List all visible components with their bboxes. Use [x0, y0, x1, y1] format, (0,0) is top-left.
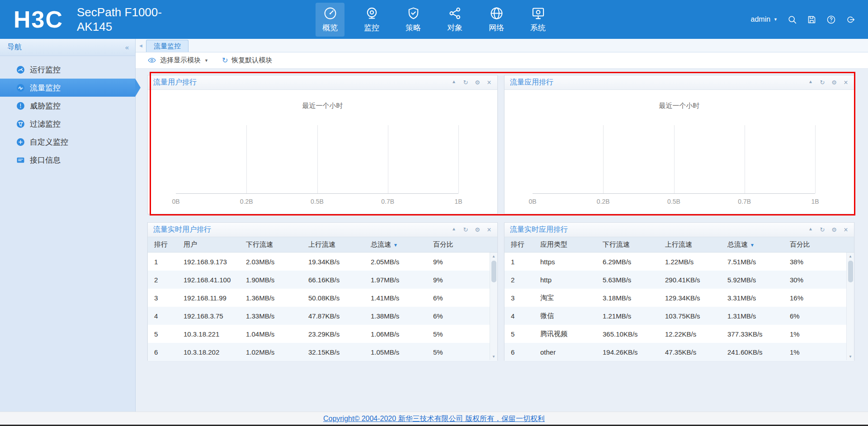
close-icon[interactable]: ×	[842, 226, 849, 234]
sidebar-item-label: 运行监控	[30, 65, 61, 75]
nav-item-network[interactable]: 网络	[482, 3, 511, 37]
table-cell: 淘宝	[534, 294, 596, 302]
scroll-down-icon[interactable]: ▼	[490, 353, 497, 360]
column-header-5[interactable]: 百分比	[427, 240, 490, 249]
table-cell: 5.63MB/s	[596, 276, 659, 284]
refresh-icon[interactable]: ↻	[462, 79, 469, 86]
column-header-5[interactable]: 百分比	[783, 240, 846, 249]
table-row[interactable]: 5腾讯视频365.10KB/s12.22KB/s377.33KB/s1%	[505, 325, 854, 343]
logout-icon[interactable]	[846, 15, 855, 24]
column-header-3[interactable]: 上行流速	[302, 240, 364, 249]
table-row[interactable]: 4192.168.3.751.33MB/s47.87KB/s1.38MB/s6%	[148, 307, 497, 325]
user-menu[interactable]: admin ▼	[751, 15, 778, 23]
column-header-4[interactable]: 总流速▼	[721, 240, 783, 249]
column-header-0[interactable]: 排行	[505, 240, 534, 249]
save-icon[interactable]	[807, 15, 816, 24]
sidebar-item-custom-monitor[interactable]: 自定义监控	[0, 133, 135, 151]
scrollbar-thumb[interactable]	[491, 261, 496, 282]
nav-item-overview[interactable]: 概览	[316, 3, 344, 37]
column-header-1[interactable]: 应用类型	[534, 240, 596, 249]
table-cell: http	[534, 276, 596, 284]
sidebar-item-interface-info[interactable]: 接口信息	[0, 151, 135, 169]
axis-tick-label: 1B	[811, 198, 819, 205]
collapse-icon[interactable]: ▲	[807, 79, 814, 86]
sidebar-title: 导航	[7, 42, 22, 52]
table-row[interactable]: 4微信1.21MB/s103.75KB/s1.31MB/s6%	[505, 307, 854, 325]
column-header-2[interactable]: 下行流速	[240, 240, 302, 249]
column-header-1[interactable]: 用户	[177, 240, 240, 249]
chart-gridline	[745, 125, 745, 193]
table-cell: 4	[505, 312, 534, 320]
nav-label: 概览	[322, 23, 338, 33]
vertical-scrollbar[interactable]: ▲ ▼	[490, 253, 497, 360]
table-header-row: 排行应用类型下行流速上行流速总流速▼百分比	[505, 237, 854, 253]
collapse-icon[interactable]: ▲	[450, 226, 458, 234]
column-header-3[interactable]: 上行流速	[659, 240, 721, 249]
username: admin	[751, 15, 771, 23]
table-row[interactable]: 2192.168.41.1001.90MB/s66.16KB/s1.97MB/s…	[148, 271, 497, 289]
nav-item-object[interactable]: 对象	[440, 3, 469, 37]
restore-default-button[interactable]: ↻ 恢复默认模块	[222, 56, 272, 65]
collapse-icon[interactable]: ▲	[450, 79, 458, 86]
close-icon[interactable]: ×	[486, 226, 493, 234]
chart-gridline	[674, 125, 675, 193]
table-row[interactable]: 1https6.29MB/s1.22MB/s7.51MB/s38%	[505, 253, 854, 271]
column-header-4[interactable]: 总流速▼	[364, 240, 427, 249]
table-cell: 4	[148, 312, 177, 320]
sidebar-collapse-icon[interactable]: «	[125, 43, 129, 51]
collapse-icon[interactable]: ▲	[807, 226, 814, 234]
main-nav: 概览监控策略对象网络系统	[316, 0, 552, 39]
table-row[interactable]: 3淘宝3.18MB/s129.34KB/s3.31MB/s16%	[505, 289, 854, 307]
column-header-2[interactable]: 下行流速	[596, 240, 659, 249]
settings-icon[interactable]: ⚙	[830, 79, 838, 86]
axis-tick-label: 0B	[528, 198, 536, 205]
settings-icon[interactable]: ⚙	[474, 226, 481, 234]
nav-item-monitor[interactable]: 监控	[357, 3, 386, 37]
panel-traffic-user-rank: 流量用户排行 ▲ ↻ ⚙ × 最近一个小时 0B0.2B0.5B0.7B1B	[147, 75, 498, 214]
close-icon[interactable]: ×	[842, 79, 849, 86]
nav-item-policy[interactable]: 策略	[399, 3, 428, 37]
table-cell: 5	[148, 330, 177, 338]
table-row[interactable]: 610.3.18.2021.02MB/s32.15KB/s1.05MB/s5%	[148, 343, 497, 361]
table-row[interactable]: 510.3.18.2211.04MB/s23.29KB/s1.06MB/s5%	[148, 325, 497, 343]
tab-scroll-left-icon[interactable]: ◄	[138, 43, 143, 48]
settings-icon[interactable]: ⚙	[830, 226, 838, 234]
table-row[interactable]: 3192.168.11.991.36MB/s50.08KB/s1.41MB/s6…	[148, 289, 497, 307]
table-row[interactable]: 6other194.26KB/s47.35KB/s241.60KB/s1%	[505, 343, 854, 361]
sidebar-item-run-monitor[interactable]: 运行监控	[0, 61, 135, 79]
table-cell: 192.168.9.173	[177, 258, 240, 266]
scroll-up-icon[interactable]: ▲	[490, 253, 497, 260]
column-header-0[interactable]: 排行	[148, 240, 177, 249]
shield-icon	[406, 6, 420, 20]
close-icon[interactable]: ×	[486, 79, 493, 86]
nav-item-system[interactable]: 系统	[524, 3, 552, 37]
help-icon[interactable]	[826, 15, 836, 24]
select-modules-button[interactable]: 选择显示模块 ▼	[147, 56, 208, 65]
sidebar-item-traffic-monitor[interactable]: 流量监控	[0, 79, 135, 97]
axis-tick-label: 0.7B	[381, 198, 394, 205]
sidebar-item-threat-monitor[interactable]: 威胁监控	[0, 97, 135, 115]
scroll-down-icon[interactable]: ▼	[847, 353, 854, 360]
table-cell: 1	[148, 258, 177, 266]
settings-icon[interactable]: ⚙	[474, 79, 481, 86]
top-bar: H3C SecPath F1000-AK145 概览监控策略对象网络系统 adm…	[0, 0, 868, 39]
sidebar-item-label: 接口信息	[30, 155, 61, 165]
refresh-icon[interactable]: ↻	[819, 226, 826, 234]
top-panel-row: 流量用户排行 ▲ ↻ ⚙ × 最近一个小时 0B0.2B0.5B0.7B1B	[147, 75, 854, 214]
vertical-scrollbar[interactable]: ▲ ▼	[846, 253, 854, 360]
scrollbar-thumb[interactable]	[848, 261, 853, 282]
search-icon[interactable]	[788, 15, 797, 24]
scroll-up-icon[interactable]: ▲	[847, 253, 854, 260]
user-area: admin ▼	[751, 15, 868, 24]
tab-traffic-monitor[interactable]: 流量监控	[146, 40, 189, 52]
nav-label: 系统	[530, 23, 546, 33]
sidebar-item-filter-monitor[interactable]: 过滤监控	[0, 115, 135, 133]
table-row[interactable]: 1192.168.9.1732.03MB/s19.34KB/s2.05MB/s9…	[148, 253, 497, 271]
refresh-icon[interactable]: ↻	[819, 79, 826, 86]
refresh-icon[interactable]: ↻	[462, 226, 469, 234]
toolbar: 选择显示模块 ▼ ↻ 恢复默认模块	[136, 52, 868, 69]
panel-realtime-app-rank: 流量实时应用排行 ▲ ↻ ⚙ × 排行应用类型下行流速上行流速总流速▼百分比1h…	[504, 222, 854, 360]
table-cell: 241.60KB/s	[721, 348, 783, 356]
table-row[interactable]: 2http5.63MB/s290.41KB/s5.92MB/s30%	[505, 271, 854, 289]
h3c-logo: H3C	[14, 8, 63, 31]
